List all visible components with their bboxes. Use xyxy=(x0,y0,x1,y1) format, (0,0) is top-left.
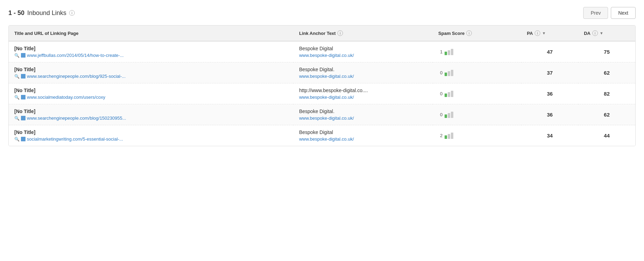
col-header-spam: Spam Score i xyxy=(433,25,521,41)
spam-bar-3 xyxy=(451,91,453,97)
linking-url[interactable]: www.searchenginepeople.com/blog/925-soci… xyxy=(27,74,126,79)
linking-page-cell: [No Title] 🔍 www.searchenginepeople.com/… xyxy=(9,104,293,125)
anchor-text-cell: Bespoke Digital www.bespoke-digital.co.u… xyxy=(293,125,433,146)
da-value: 44 xyxy=(578,125,635,146)
anchor-text-cell: Bespoke Digital. www.bespoke-digital.co.… xyxy=(293,62,433,83)
anchor-url[interactable]: www.bespoke-digital.co.uk/ xyxy=(299,95,354,100)
col-header-linking: Title and URL of Linking Page xyxy=(9,25,293,41)
page-label: Inbound Links xyxy=(27,9,66,17)
da-value: 62 xyxy=(578,62,635,83)
anchor-text-cell: Bespoke Digital www.bespoke-digital.co.u… xyxy=(293,41,433,62)
page-icon xyxy=(21,95,25,99)
anchor-url[interactable]: www.bespoke-digital.co.uk/ xyxy=(299,74,354,79)
spam-bar-1 xyxy=(445,135,447,139)
anchor-text: Bespoke Digital. xyxy=(299,67,427,72)
next-button[interactable]: Next xyxy=(611,7,636,19)
page-icon xyxy=(21,74,25,79)
anchor-text-cell: Bespoke Digital. www.bespoke-digital.co.… xyxy=(293,104,433,125)
linking-url[interactable]: socialmarketingwriting.com/5-essential-s… xyxy=(27,136,123,142)
spam-score-cell: 0 xyxy=(433,83,521,104)
spam-bar-2 xyxy=(448,71,450,76)
spam-bars xyxy=(445,91,453,97)
search-icon[interactable]: 🔍 xyxy=(14,116,20,121)
spam-bar-2 xyxy=(448,113,450,118)
link-title: [No Title] xyxy=(14,88,288,93)
spam-score-cell: 0 xyxy=(433,62,521,83)
link-title: [No Title] xyxy=(14,129,288,135)
da-sort-icon: ▼ xyxy=(600,31,603,35)
search-icon[interactable]: 🔍 xyxy=(14,53,20,58)
table-row: [No Title] 🔍 www.searchenginepeople.com/… xyxy=(9,104,635,125)
linking-url[interactable]: www.socialmediatoday.com/users/coxy xyxy=(27,95,105,100)
link-title: [No Title] xyxy=(14,67,288,72)
spam-bars xyxy=(445,49,453,55)
da-value: 62 xyxy=(578,104,635,125)
linking-page-cell: [No Title] 🔍 www.socialmediatoday.com/us… xyxy=(9,83,293,104)
inbound-links-table: Title and URL of Linking Page Link Ancho… xyxy=(8,25,636,146)
prev-button[interactable]: Prev xyxy=(583,7,608,19)
pa-sort-icon: ▼ xyxy=(542,31,546,35)
info-icon: i xyxy=(69,10,75,16)
spam-score-cell: 1 xyxy=(433,41,521,62)
pagination-controls: Prev Next xyxy=(583,7,636,19)
page-title: 1 - 50 Inbound Links i xyxy=(8,9,75,17)
spam-number: 2 xyxy=(438,133,442,138)
spam-bar-2 xyxy=(448,134,450,139)
anchor-text: Bespoke Digital xyxy=(299,129,427,135)
pa-value: 47 xyxy=(521,41,578,62)
anchor-url[interactable]: www.bespoke-digital.co.uk/ xyxy=(299,136,354,142)
linking-url[interactable]: www.searchenginepeople.com/blog/15023095… xyxy=(27,115,126,121)
link-title: [No Title] xyxy=(14,46,288,51)
page-icon xyxy=(21,53,25,58)
spam-number: 0 xyxy=(438,91,442,96)
table-row: [No Title] 🔍 www.socialmediatoday.com/us… xyxy=(9,83,635,104)
page-range: 1 - 50 xyxy=(8,9,24,17)
da-value: 75 xyxy=(578,41,635,62)
spam-bars xyxy=(445,70,453,76)
spam-bar-1 xyxy=(445,94,447,97)
link-title: [No Title] xyxy=(14,109,288,114)
spam-bar-3 xyxy=(451,49,453,55)
spam-bars xyxy=(445,133,453,139)
pa-value: 36 xyxy=(521,104,578,125)
table-row: [No Title] 🔍 www.jeffbullas.com/2014/05/… xyxy=(9,41,635,62)
linking-url[interactable]: www.jeffbullas.com/2014/05/14/how-to-cre… xyxy=(27,53,124,58)
spam-bar-3 xyxy=(451,70,453,76)
spam-bar-3 xyxy=(451,112,453,118)
pa-value: 37 xyxy=(521,62,578,83)
col-header-da[interactable]: DA i ▼ xyxy=(578,25,635,41)
spam-info-icon: i xyxy=(466,30,472,36)
anchor-text: http://www.bespoke-digital.co.... xyxy=(299,88,427,93)
anchor-text: Bespoke Digital xyxy=(299,46,427,51)
spam-bar-2 xyxy=(448,92,450,97)
spam-score-cell: 2 xyxy=(433,125,521,146)
spam-bar-3 xyxy=(451,133,453,139)
anchor-url[interactable]: www.bespoke-digital.co.uk/ xyxy=(299,53,354,58)
col-header-anchor: Link Anchor Text i xyxy=(293,25,433,41)
search-icon[interactable]: 🔍 xyxy=(14,95,20,100)
da-info-icon: i xyxy=(592,30,598,36)
table-row: [No Title] 🔍 www.searchenginepeople.com/… xyxy=(9,62,635,83)
spam-number: 1 xyxy=(438,49,442,54)
spam-bar-1 xyxy=(445,73,447,76)
anchor-text: Bespoke Digital. xyxy=(299,109,427,114)
anchor-text-cell: http://www.bespoke-digital.co.... www.be… xyxy=(293,83,433,104)
col-header-pa[interactable]: PA i ▼ xyxy=(521,25,578,41)
linking-page-cell: [No Title] 🔍 www.searchenginepeople.com/… xyxy=(9,62,293,83)
spam-bar-1 xyxy=(445,114,447,118)
page-icon xyxy=(21,116,25,120)
search-icon[interactable]: 🔍 xyxy=(14,74,20,79)
linking-page-cell: [No Title] 🔍 www.jeffbullas.com/2014/05/… xyxy=(9,41,293,62)
pa-value: 36 xyxy=(521,83,578,104)
search-icon[interactable]: 🔍 xyxy=(14,137,20,142)
table-row: [No Title] 🔍 socialmarketingwriting.com/… xyxy=(9,125,635,146)
anchor-url[interactable]: www.bespoke-digital.co.uk/ xyxy=(299,115,354,121)
spam-bars xyxy=(445,112,453,118)
pa-info-icon: i xyxy=(535,30,540,36)
spam-number: 0 xyxy=(438,70,442,75)
spam-score-cell: 0 xyxy=(433,104,521,125)
da-value: 82 xyxy=(578,83,635,104)
linking-page-cell: [No Title] 🔍 socialmarketingwriting.com/… xyxy=(9,125,293,146)
page-icon xyxy=(21,137,25,141)
spam-bar-1 xyxy=(445,52,447,55)
